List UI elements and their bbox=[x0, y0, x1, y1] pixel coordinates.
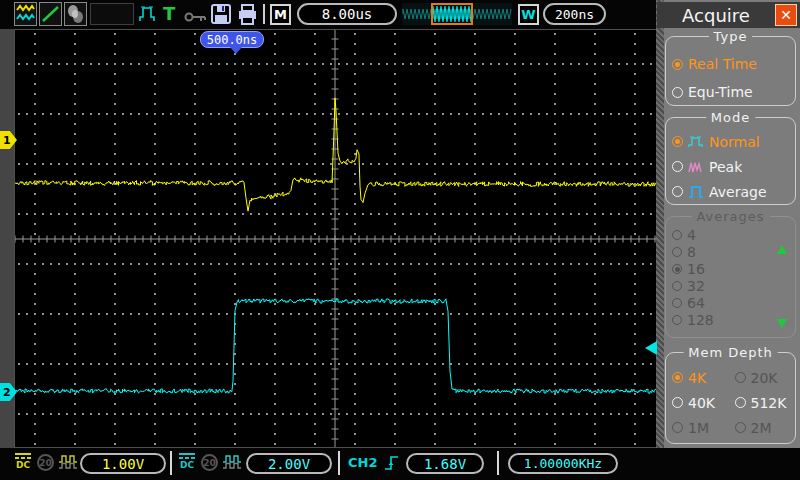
waveform-display bbox=[14, 29, 658, 448]
option-avg-128[interactable]: 128 bbox=[666, 311, 795, 328]
average-pulse-icon bbox=[688, 185, 704, 199]
main-timebase-icon: M bbox=[270, 4, 291, 25]
panel-header: Acquire ✕ bbox=[657, 2, 800, 28]
acquire-mode-icon bbox=[138, 4, 158, 28]
radio-icon bbox=[672, 422, 683, 433]
option-2m[interactable]: 2M bbox=[733, 415, 796, 440]
option-avg-4[interactable]: 4 bbox=[666, 226, 795, 243]
radio-icon bbox=[672, 397, 683, 408]
empty-status-slot bbox=[90, 3, 134, 25]
top-status-bar: T M 8.00us W 200ns bbox=[0, 0, 658, 29]
close-button[interactable]: ✕ bbox=[775, 4, 797, 26]
option-avg-64[interactable]: 64 bbox=[666, 294, 795, 311]
oscilloscope-screen: T M 8.00us W 200ns 500.0ns 1 2 Acquire ✕ bbox=[0, 0, 800, 480]
radio-icon bbox=[672, 186, 683, 197]
option-average[interactable]: Average bbox=[666, 179, 795, 204]
trigger-status-indicator: T bbox=[163, 3, 175, 24]
radio-icon bbox=[672, 372, 683, 383]
ch1-waveform-icon bbox=[59, 455, 78, 474]
ch2-waveform-icon bbox=[223, 455, 242, 474]
trigger-frequency-readout: 1.00000KHz bbox=[508, 453, 618, 474]
panel-ridge bbox=[656, 0, 664, 480]
trigger-source-label: CH2 bbox=[348, 455, 377, 470]
mode-section-title: Mode bbox=[706, 110, 755, 125]
ch2-volts-div-readout: 2.00V bbox=[246, 453, 332, 474]
mem-depth-section: Mem Depth 4K 20K 40K 512K 1M 2M bbox=[665, 352, 796, 444]
option-4k[interactable]: 4K bbox=[666, 365, 733, 390]
delay-time-bubble-pointer bbox=[230, 47, 242, 54]
scroll-down-icon[interactable] bbox=[777, 319, 787, 328]
ch1-coupling-icon: DC bbox=[14, 453, 32, 470]
mem-depth-section-title: Mem Depth bbox=[683, 345, 778, 360]
radio-icon bbox=[672, 281, 682, 291]
option-512k[interactable]: 512K bbox=[733, 390, 796, 415]
ch2-bandwidth-limit-icon: 20 bbox=[201, 454, 218, 471]
bottombar-separator bbox=[338, 451, 340, 475]
radio-icon bbox=[672, 136, 683, 147]
radio-icon bbox=[672, 264, 682, 274]
option-avg-8[interactable]: 8 bbox=[666, 243, 795, 260]
slope-icon bbox=[39, 2, 62, 26]
bottom-status-bar: DC 20 1.00V DC 20 2.00V CH2 1.68V 1.0000… bbox=[0, 448, 800, 480]
print-icon bbox=[236, 3, 259, 30]
type-section-title: Type bbox=[709, 29, 753, 44]
logo-icon bbox=[64, 2, 87, 26]
trigger-level-readout: 1.68V bbox=[406, 453, 484, 474]
ch1-bandwidth-limit-icon: 20 bbox=[37, 454, 54, 471]
radio-icon bbox=[735, 422, 746, 433]
scroll-up-icon[interactable] bbox=[777, 245, 787, 254]
topbar-separator bbox=[263, 4, 265, 24]
window-timebase-icon: W bbox=[518, 4, 539, 25]
delay-time-bubble[interactable]: 500.0ns bbox=[200, 31, 264, 48]
averages-section-title: Averages bbox=[691, 209, 769, 224]
radio-icon bbox=[672, 161, 683, 172]
averages-section: Averages 4 8 16 32 64 128 bbox=[665, 216, 796, 338]
radio-icon bbox=[672, 247, 682, 257]
keylock-icon bbox=[184, 8, 208, 27]
radio-icon bbox=[735, 372, 746, 383]
option-20k[interactable]: 20K bbox=[733, 365, 796, 390]
option-peak[interactable]: Peak bbox=[666, 154, 795, 179]
radio-icon bbox=[672, 315, 682, 325]
main-timebase-readout: 8.00us bbox=[297, 3, 397, 25]
rising-edge-icon bbox=[384, 454, 399, 476]
normal-pulse-icon bbox=[688, 135, 704, 149]
option-40k[interactable]: 40K bbox=[666, 390, 733, 415]
option-avg-32[interactable]: 32 bbox=[666, 277, 795, 294]
option-real-time[interactable]: Real Time bbox=[666, 50, 795, 78]
radio-icon bbox=[672, 59, 683, 70]
type-section: Type Real Time Equ-Time bbox=[665, 36, 796, 106]
acquire-menu-panel: Acquire ✕ Type Real Time Equ-Time Mode N… bbox=[656, 0, 800, 480]
peak-pulse-icon bbox=[688, 160, 704, 174]
mode-section: Mode Normal Peak Average bbox=[665, 117, 796, 205]
radio-icon bbox=[672, 87, 683, 98]
option-avg-16[interactable]: 16 bbox=[666, 260, 795, 277]
option-normal[interactable]: Normal bbox=[666, 129, 795, 154]
option-equ-time[interactable]: Equ-Time bbox=[666, 78, 795, 106]
waveform-overview-strip[interactable] bbox=[402, 3, 512, 25]
radio-icon bbox=[735, 397, 746, 408]
radio-icon bbox=[672, 298, 682, 308]
bottombar-separator bbox=[170, 451, 172, 475]
window-timebase-readout: 200ns bbox=[543, 3, 606, 25]
option-1m[interactable]: 1M bbox=[666, 415, 733, 440]
ch1-volts-div-readout: 1.00V bbox=[80, 453, 166, 474]
save-icon bbox=[210, 3, 232, 30]
radio-icon bbox=[672, 230, 682, 240]
bottombar-separator bbox=[497, 451, 499, 475]
panel-title: Acquire bbox=[657, 5, 775, 26]
ch2-coupling-icon: DC bbox=[178, 453, 196, 470]
channel-waves-icon bbox=[14, 2, 37, 26]
